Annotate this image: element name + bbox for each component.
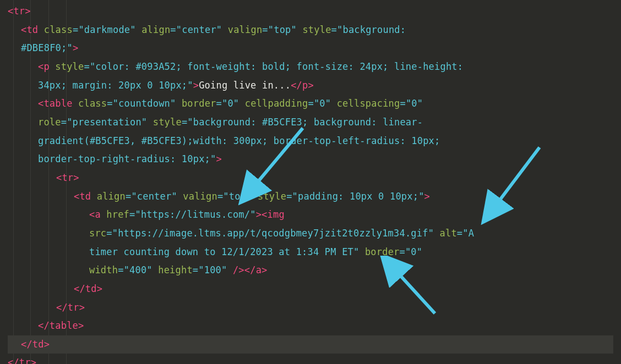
str-token: "presentation" <box>67 117 147 128</box>
str-token: border-top-right-radius: 10px;" <box>38 153 216 164</box>
eq-token: = <box>129 209 135 220</box>
str-token: "darkmode" <box>78 24 135 35</box>
eq-token: = <box>457 228 462 239</box>
code-line: role="presentation" style="background: #… <box>8 113 613 132</box>
code-line: <td align="center" valign="top" style="p… <box>8 187 613 206</box>
code-line: </tr> <box>8 299 613 317</box>
attr-token: width <box>89 264 118 275</box>
tag-token: /> <box>227 264 244 275</box>
tag-token: </a> <box>244 264 268 275</box>
str-token: "https://image.ltms.app/t/qcodgbmey7jzit… <box>112 228 434 239</box>
code-line: #DBE8F0;"> <box>8 39 613 58</box>
str-token: "A <box>462 228 474 239</box>
str-token: "top" <box>268 24 297 35</box>
tag-token: <p <box>38 61 50 72</box>
code-line: <tr> <box>8 2 613 21</box>
eq-token: = <box>286 191 292 202</box>
attr-token: valign <box>228 24 263 35</box>
code-line: width="400" height="100" /></a> <box>8 261 613 280</box>
str-token: "padding: 10px 0 10px;" <box>292 191 424 202</box>
tag-token: </p> <box>291 80 314 91</box>
code-line: <tr> <box>8 169 613 187</box>
eq-token: = <box>106 228 112 239</box>
str-token: "https://litmus.com/" <box>135 209 256 220</box>
eq-token: = <box>216 98 222 109</box>
eq-token: = <box>84 61 90 72</box>
attr-token: style <box>153 117 182 128</box>
str-token: "background: <box>337 24 406 35</box>
tag-token: > <box>73 42 78 53</box>
str-token: "top" <box>223 191 252 202</box>
attr-token: cellspacing <box>337 98 400 109</box>
str-token: "background: #B5CFE3; background: linear… <box>187 117 423 128</box>
eq-token: = <box>73 24 78 35</box>
tag-token: </td> <box>74 283 102 294</box>
tag-token: </table> <box>38 320 84 331</box>
tag-token: > <box>193 80 199 91</box>
eq-token: = <box>262 24 268 35</box>
eq-token: = <box>61 117 67 128</box>
str-token: "center" <box>131 191 177 202</box>
attr-token: src <box>89 228 106 239</box>
code-line: <td class="darkmode" align="center" vali… <box>8 21 613 40</box>
eq-token: = <box>400 246 405 257</box>
attr-token: style <box>302 24 331 35</box>
eq-token: = <box>217 191 223 202</box>
code-line: border-top-right-radius: 10px;"> <box>8 150 613 169</box>
str-token: "center" <box>176 24 222 35</box>
text-token: Going live in... <box>199 80 291 91</box>
eq-token: = <box>193 264 198 275</box>
attr-token: style <box>55 61 84 72</box>
code-line: 34px; margin: 20px 0 10px;">Going live i… <box>8 76 613 95</box>
tag-token: </tr> <box>56 302 85 313</box>
code-line: <p style="color: #093A52; font-weight: b… <box>8 58 613 76</box>
eq-token: = <box>400 98 405 109</box>
attr-token: align <box>141 24 170 35</box>
attr-token: valign <box>183 191 217 202</box>
tag-token: <tr> <box>8 5 31 16</box>
tag-token: > <box>216 153 221 164</box>
tag-token: <tr> <box>56 172 79 183</box>
str-token: "100" <box>198 264 227 275</box>
code-block: <tr> <td class="darkmode" align="center"… <box>8 2 613 364</box>
tag-token: <a <box>89 209 101 220</box>
str-token: #DBE8F0;" <box>21 42 73 53</box>
str-token: "0" <box>406 98 423 109</box>
str-token: "color: #093A52; font-weight: bold; font… <box>90 61 463 72</box>
attr-token: height <box>158 264 193 275</box>
code-line: </td> <box>8 280 613 299</box>
tag-token: </td> <box>21 339 50 350</box>
code-line: <a href="https://litmus.com/"><img <box>8 206 613 224</box>
str-token: "0" <box>405 246 422 257</box>
tag-token: <td <box>74 191 91 202</box>
eq-token: = <box>331 24 337 35</box>
attr-token: class <box>44 24 73 35</box>
eq-token: = <box>182 117 187 128</box>
code-line: src="https://image.ltms.app/t/qcodgbmey7… <box>8 224 613 243</box>
attr-token: cellpadding <box>245 98 308 109</box>
code-line: <table class="countdown" border="0" cell… <box>8 95 613 113</box>
eq-token: = <box>170 24 176 35</box>
attr-token: role <box>38 117 61 128</box>
attr-token: class <box>78 98 107 109</box>
code-line: timer counting down to 12/1/2023 at 1:34… <box>8 243 613 262</box>
attr-token: align <box>97 191 126 202</box>
tag-token: > <box>256 209 262 220</box>
tag-token: <img <box>262 209 285 220</box>
attr-token: border <box>365 246 400 257</box>
str-token: "0" <box>314 98 331 109</box>
attr-token: href <box>106 209 129 220</box>
code-line: </tr> <box>8 354 613 364</box>
attr-token: alt <box>440 228 457 239</box>
tag-token: </tr> <box>8 357 36 364</box>
eq-token: = <box>118 264 123 275</box>
eq-token: = <box>107 98 112 109</box>
str-token: "countdown" <box>113 98 176 109</box>
code-line-highlighted: </td> <box>8 335 613 354</box>
code-line: gradient(#B5CFE3, #B5CFE3);width: 300px;… <box>8 132 613 151</box>
attr-token: border <box>182 98 216 109</box>
tag-token: > <box>424 191 430 202</box>
eq-token: = <box>308 98 314 109</box>
tag-token: <table <box>38 98 73 109</box>
str-token: "400" <box>124 264 152 275</box>
